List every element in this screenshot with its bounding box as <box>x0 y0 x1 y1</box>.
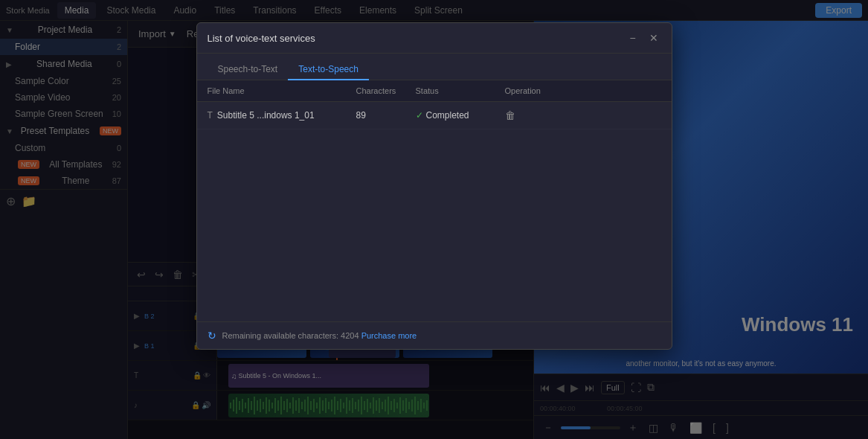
row-status: ✓ Completed <box>416 110 505 121</box>
remaining-chars-text: Remaining available characters: 4204 <box>222 331 359 340</box>
header-operation: Operation <box>505 86 661 95</box>
dialog-table-header: File Name Characters Status Operation <box>197 80 672 102</box>
row-file-name: T Subtitle 5 ...indows 1_01 <box>208 110 356 121</box>
status-text: Completed <box>426 110 469 121</box>
header-file-name: File Name <box>208 86 356 95</box>
purchase-more-link[interactable]: Purchase more <box>361 331 417 340</box>
tab-speech-to-text[interactable]: Speech-to-Text <box>208 60 289 80</box>
dialog-overlay: List of voice-text services − ✕ Speech-t… <box>0 0 868 439</box>
header-characters: Characters <box>356 86 416 95</box>
status-check-icon: ✓ <box>416 110 423 121</box>
dialog-close-button[interactable]: ✕ <box>646 31 661 45</box>
file-type-icon: T <box>208 110 213 121</box>
dialog-header: List of voice-text services − ✕ <box>197 23 672 54</box>
row-operation: 🗑 <box>505 109 661 121</box>
header-status: Status <box>416 86 505 95</box>
dialog-empty-content <box>197 129 672 321</box>
dialog-table-row-0[interactable]: T Subtitle 5 ...indows 1_01 89 ✓ Complet… <box>197 102 672 129</box>
dialog-footer: ↻ Remaining available characters: 4204 P… <box>197 321 672 349</box>
tab-text-to-speech[interactable]: Text-to-Speech <box>288 60 369 80</box>
dialog-minimize-button[interactable]: − <box>626 31 640 45</box>
row-characters: 89 <box>356 110 416 121</box>
row-delete-button[interactable]: 🗑 <box>505 109 515 121</box>
dialog-title: List of voice-text services <box>208 33 315 44</box>
dialog-header-buttons: − ✕ <box>626 31 661 45</box>
dialog-tabs: Speech-to-Text Text-to-Speech <box>197 54 672 80</box>
file-name-text: Subtitle 5 ...indows 1_01 <box>217 110 315 121</box>
refresh-icon[interactable]: ↻ <box>208 330 216 342</box>
dialog-voice-text: List of voice-text services − ✕ Speech-t… <box>196 22 672 350</box>
